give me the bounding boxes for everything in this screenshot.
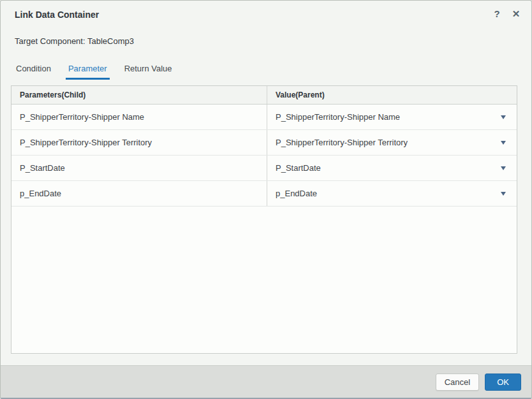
table-header-row: Parameters(Child) Value(Parent) [11, 86, 517, 105]
table-row: P_ShipperTerritory-Shipper Territory P_S… [11, 130, 517, 156]
value-dropdown-text: P_ShipperTerritory-Shipper Name [276, 112, 400, 122]
dropdown-arrow-icon [501, 192, 506, 196]
value-dropdown[interactable]: P_ShipperTerritory-Shipper Name [267, 105, 517, 129]
table-row: P_ShipperTerritory-Shipper Name P_Shippe… [11, 105, 517, 130]
table-empty-area [11, 207, 517, 353]
dropdown-arrow-icon [501, 115, 506, 119]
tab-condition[interactable]: Condition [15, 64, 52, 80]
dialog-titlebar: Link Data Container ? ✕ [1, 1, 531, 29]
value-dropdown-text: P_ShipperTerritory-Shipper Territory [276, 138, 408, 147]
parameter-cell: P_StartDate [11, 156, 267, 180]
parameter-cell: P_ShipperTerritory-Shipper Name [11, 105, 267, 129]
parameter-cell: P_ShipperTerritory-Shipper Territory [11, 130, 267, 155]
parameter-cell: p_EndDate [11, 181, 267, 206]
link-data-container-dialog: Link Data Container ? ✕ Target Component… [0, 0, 532, 399]
column-header-parameters-child: Parameters(Child) [11, 86, 267, 104]
value-dropdown[interactable]: P_StartDate [267, 156, 517, 180]
dropdown-arrow-icon [501, 166, 506, 170]
tab-parameter[interactable]: Parameter [66, 64, 110, 80]
close-icon[interactable]: ✕ [511, 8, 521, 20]
tab-return-value[interactable]: Return Value [123, 64, 174, 80]
ok-button[interactable]: OK [485, 374, 521, 391]
value-dropdown[interactable]: p_EndDate [267, 181, 517, 206]
table-row: p_EndDate p_EndDate [11, 181, 517, 207]
table-row: P_StartDate P_StartDate [11, 156, 517, 181]
value-dropdown-text: p_EndDate [276, 189, 317, 198]
parameter-mapping-table: Parameters(Child) Value(Parent) P_Shippe… [11, 85, 517, 354]
dropdown-arrow-icon [501, 141, 506, 145]
cancel-button[interactable]: Cancel [436, 374, 479, 391]
help-icon[interactable]: ? [492, 8, 502, 20]
tab-bar: Condition Parameter Return Value [15, 64, 174, 80]
column-header-value-parent: Value(Parent) [267, 86, 517, 104]
value-dropdown[interactable]: P_ShipperTerritory-Shipper Territory [267, 130, 517, 155]
dialog-title: Link Data Container [15, 10, 99, 20]
target-component-label: Target Component: TableComp3 [15, 36, 134, 46]
dialog-footer: Cancel OK [1, 365, 531, 398]
value-dropdown-text: P_StartDate [276, 163, 321, 173]
